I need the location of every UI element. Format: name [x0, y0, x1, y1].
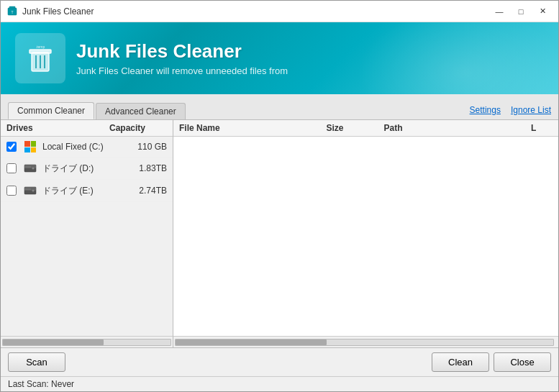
settings-link[interactable]: Settings: [470, 105, 501, 115]
close-button[interactable]: Close: [494, 352, 551, 372]
svg-rect-14: [24, 187, 36, 191]
title-bar-left: T Junk Files Cleaner: [6, 6, 94, 17]
close-window-button[interactable]: ✕: [532, 4, 553, 19]
extra-col-header: L: [531, 123, 553, 133]
drive-item-c[interactable]: Local Fixed (C:) 110 GB: [1, 137, 173, 158]
main-content: Drives Capacity Local Fixed (C: [1, 120, 558, 347]
drive-c-name: Local Fixed (C:): [40, 142, 117, 152]
app-subtitle: Junk Files Cleaner will remove unneeded …: [76, 65, 288, 76]
drive-d-name: ドライブ (D:): [40, 163, 117, 175]
drive-c-checkbox[interactable]: [6, 142, 17, 152]
capacity-col-header: Capacity: [109, 123, 167, 133]
scan-area: Scan: [8, 352, 65, 372]
window-controls: — □ ✕: [489, 4, 553, 19]
win-quad-2: [31, 141, 37, 147]
svg-point-15: [32, 190, 35, 192]
tab-advanced-cleaner[interactable]: Advanced Cleaner: [96, 103, 186, 119]
main-window: T Junk Files Cleaner — □ ✕ .temp: [0, 0, 559, 392]
size-col-header: Size: [327, 123, 384, 133]
svg-rect-10: [24, 165, 36, 168]
toolbar-area: Common Cleaner Advanced Cleaner Settings…: [1, 94, 558, 120]
files-header: File Name Size Path L: [173, 120, 558, 137]
header-text: Junk Files Cleaner Junk Files Cleaner wi…: [76, 40, 288, 76]
files-scroll-track[interactable]: [175, 339, 554, 346]
drive-d-checkbox[interactable]: [6, 163, 17, 173]
toolbar-links: Settings Ignore List: [470, 105, 551, 119]
hdd2-icon: [24, 184, 37, 197]
files-list: [173, 137, 558, 336]
path-col-header: Path: [384, 123, 532, 133]
drive-c-icon: [21, 141, 40, 152]
tab-common-cleaner[interactable]: Common Cleaner: [8, 102, 94, 119]
files-hscrollbar[interactable]: [173, 336, 558, 347]
drive-d-icon: [21, 162, 40, 175]
app-icon: T: [6, 6, 18, 17]
bottom-area: Scan Clean Close: [1, 347, 558, 376]
right-buttons: Clean Close: [432, 352, 551, 372]
drive-item-d[interactable]: ドライブ (D:) 1.83TB: [1, 158, 173, 180]
drives-list: Local Fixed (C:) 110 GB ドライブ (D:): [1, 137, 173, 336]
drive-d-capacity: 1.83TB: [117, 163, 167, 173]
svg-rect-1: [9, 6, 15, 9]
last-scan-value: Never: [51, 379, 74, 389]
win-quad-4: [31, 147, 37, 153]
title-bar: T Junk Files Cleaner — □ ✕: [1, 1, 558, 22]
files-panel: File Name Size Path L: [173, 120, 558, 347]
svg-point-11: [32, 168, 35, 170]
filename-col-header: File Name: [179, 123, 327, 133]
drive-c-capacity: 110 GB: [117, 142, 167, 152]
last-scan-label: Last Scan:: [8, 379, 49, 389]
win-quad-3: [24, 147, 30, 153]
win-quad-1: [24, 141, 30, 147]
drive-item-e[interactable]: ドライブ (E:) 2.74TB: [1, 180, 173, 202]
header-banner: .temp Junk Files Cleaner Junk Files Clea…: [1, 22, 558, 94]
svg-text:.temp: .temp: [36, 45, 45, 49]
maximize-button[interactable]: □: [511, 4, 531, 19]
drives-panel: Drives Capacity Local Fixed (C: [1, 120, 173, 347]
header-icon-container: .temp: [15, 33, 65, 83]
drives-scroll-track[interactable]: [2, 339, 171, 346]
drives-col-header: Drives: [6, 123, 109, 133]
svg-text:T: T: [11, 10, 13, 14]
trash-temp-icon: .temp: [24, 42, 56, 74]
minimize-button[interactable]: —: [489, 4, 509, 19]
drives-hscrollbar[interactable]: [1, 336, 173, 347]
tabs: Common Cleaner Advanced Cleaner: [8, 102, 186, 119]
scan-button[interactable]: Scan: [8, 352, 65, 372]
hdd-icon: [24, 162, 37, 175]
drive-e-icon: [21, 184, 40, 197]
status-bar: Last Scan: Never: [1, 376, 558, 391]
drive-e-checkbox[interactable]: [6, 186, 17, 196]
window-title: Junk Files Cleaner: [22, 6, 94, 17]
drive-e-capacity: 2.74TB: [117, 186, 167, 196]
drive-e-name: ドライブ (E:): [40, 185, 117, 197]
files-scroll-thumb: [176, 339, 327, 345]
svg-rect-4: [29, 50, 51, 53]
windows-logo-icon: [24, 141, 36, 152]
drives-header: Drives Capacity: [1, 120, 173, 137]
clean-button[interactable]: Clean: [432, 352, 489, 372]
app-title: Junk Files Cleaner: [76, 40, 288, 63]
ignore-list-link[interactable]: Ignore List: [511, 105, 551, 115]
drives-scroll-thumb: [3, 339, 104, 345]
